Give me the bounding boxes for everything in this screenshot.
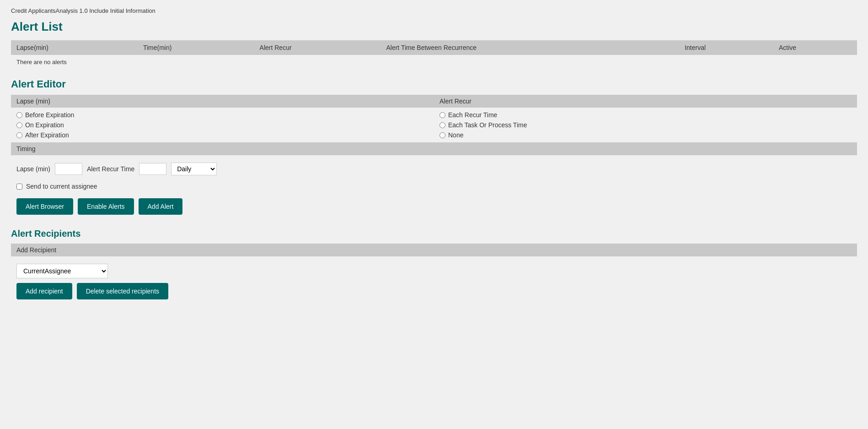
alert-list-title: Alert List bbox=[11, 20, 857, 34]
recipients-controls: CurrentAssigneeUserRole Add recipient De… bbox=[11, 260, 857, 303]
alert-list-table: Lapse(min)Time(min)Alert RecurAlert Time… bbox=[11, 40, 857, 69]
add-recipient-button[interactable]: Add recipient bbox=[16, 283, 72, 299]
alert-editor-grid: Lapse (min) Alert Recur Before Expiratio… bbox=[11, 95, 857, 142]
assignee-row: Send to current assignee bbox=[11, 179, 857, 194]
breadcrumb: Credit ApplicantsAnalysis 1.0 Include In… bbox=[11, 7, 857, 14]
lapse-on-expiration[interactable]: On Expiration bbox=[16, 121, 429, 129]
editor-button-row: Alert Browser Enable Alerts Add Alert bbox=[11, 194, 857, 219]
alert-list-column-alert-recur: Alert Recur bbox=[254, 40, 381, 55]
lapse-after-expiration[interactable]: After Expiration bbox=[16, 131, 429, 139]
assignee-label: Send to current assignee bbox=[26, 183, 97, 190]
alert-recur-header: Alert Recur bbox=[434, 95, 857, 108]
delete-selected-recipients-button[interactable]: Delete selected recipients bbox=[77, 283, 168, 299]
alert-browser-button[interactable]: Alert Browser bbox=[16, 198, 73, 215]
alert-list-column-time(min): Time(min) bbox=[138, 40, 254, 55]
recipient-select[interactable]: CurrentAssigneeUserRole bbox=[16, 264, 108, 278]
alert-list-column-alert-time-between-recurrence: Alert Time Between Recurrence bbox=[380, 40, 679, 55]
lapse-min-header: Lapse (min) bbox=[11, 95, 434, 108]
alert-list-column-lapse(min): Lapse(min) bbox=[11, 40, 138, 55]
recur-each-task-process-time[interactable]: Each Task Or Process Time bbox=[439, 121, 852, 129]
recur-radio-group: Each Recur Time Each Task Or Process Tim… bbox=[439, 111, 852, 139]
alert-recipients-title: Alert Recipients bbox=[11, 228, 857, 239]
recur-none[interactable]: None bbox=[439, 131, 852, 139]
assignee-checkbox[interactable] bbox=[16, 184, 22, 190]
recipients-btn-row: Add recipient Delete selected recipients bbox=[16, 283, 852, 299]
recur-each-recur-radio[interactable] bbox=[439, 112, 445, 118]
alert-editor-title: Alert Editor bbox=[11, 78, 857, 90]
alert-recur-time-input[interactable] bbox=[139, 163, 166, 175]
alert-list-column-interval: Interval bbox=[679, 40, 773, 55]
lapse-before-radio[interactable] bbox=[16, 112, 22, 118]
lapse-on-radio[interactable] bbox=[16, 122, 22, 128]
lapse-min-input[interactable] bbox=[55, 163, 82, 175]
lapse-min-label: Lapse (min) bbox=[16, 165, 50, 173]
recur-each-recur-time[interactable]: Each Recur Time bbox=[439, 111, 852, 119]
recur-each-task-radio[interactable] bbox=[439, 122, 445, 128]
timing-row: Lapse (min) Alert Recur Time DailyWeekly… bbox=[11, 159, 857, 179]
lapse-after-radio[interactable] bbox=[16, 132, 22, 138]
lapse-radio-group: Before Expiration On Expiration After Ex… bbox=[16, 111, 429, 139]
timing-header: Timing bbox=[11, 142, 857, 155]
alert-recur-time-label: Alert Recur Time bbox=[87, 165, 134, 173]
interval-select[interactable]: DailyWeeklyMonthly bbox=[171, 163, 217, 175]
add-alert-button[interactable]: Add Alert bbox=[139, 198, 183, 215]
recur-none-radio[interactable] bbox=[439, 132, 445, 138]
enable-alerts-button[interactable]: Enable Alerts bbox=[78, 198, 134, 215]
lapse-before-expiration[interactable]: Before Expiration bbox=[16, 111, 429, 119]
alert-recipients-section: Alert Recipients Add Recipient CurrentAs… bbox=[11, 228, 857, 303]
add-recipient-header: Add Recipient bbox=[11, 244, 857, 256]
alert-list-column-active: Active bbox=[773, 40, 857, 55]
no-alerts-message: There are no alerts bbox=[11, 55, 857, 69]
